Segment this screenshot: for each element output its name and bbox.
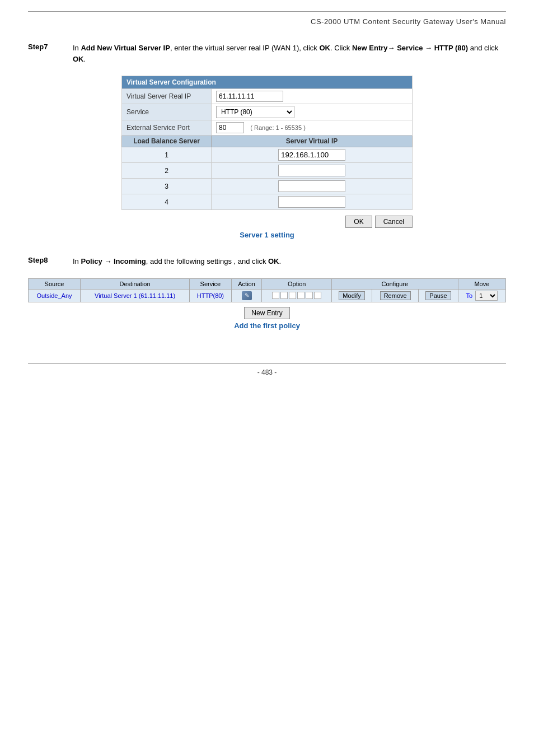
vs-sub-header-row: Load Balance Server Server Virtual IP bbox=[122, 136, 413, 147]
step7-bold4: Service bbox=[397, 44, 423, 52]
vs-row-4-num: 4 bbox=[122, 194, 212, 210]
policy-modify-cell: Modify bbox=[331, 289, 372, 302]
vs-real-ip-input[interactable] bbox=[216, 91, 283, 102]
vs-row-2-num: 2 bbox=[122, 163, 212, 179]
policy-action bbox=[231, 289, 262, 302]
vs-service-label: Service bbox=[122, 104, 212, 120]
vs-row-1: 1 bbox=[122, 147, 413, 163]
policy-pause-cell: Pause bbox=[419, 289, 458, 302]
policy-table-header-row: Source Destination Service Action Option… bbox=[29, 278, 506, 289]
step7-label: Step7 bbox=[28, 43, 67, 51]
policy-service: HTTP(80) bbox=[190, 289, 232, 302]
step7-section: Step7 In Add New Virtual Server IP, ente… bbox=[28, 43, 506, 239]
new-entry-button[interactable]: New Entry bbox=[244, 307, 289, 319]
vs-service-select[interactable]: HTTP (80) bbox=[216, 106, 294, 118]
header-title: CS-2000 UTM Content Security Gateway Use… bbox=[28, 17, 506, 26]
opt-icon-1 bbox=[272, 292, 279, 299]
step7-bold2: OK bbox=[319, 44, 330, 52]
vs-row-2: 2 bbox=[122, 163, 413, 179]
server-setting-caption: Server 1 setting bbox=[28, 231, 506, 239]
step7-text: In Add New Virtual Server IP, enter the … bbox=[73, 43, 506, 64]
add-first-policy: Add the first policy bbox=[28, 321, 506, 330]
vs-row-3-ip-input[interactable] bbox=[278, 180, 345, 192]
col-configure: Configure bbox=[331, 278, 458, 289]
step8-section: Step8 In Policy → Incoming, add the foll… bbox=[28, 256, 506, 330]
modify-button[interactable]: Modify bbox=[339, 291, 364, 300]
page-number: - 483 - bbox=[28, 368, 506, 376]
vs-row-2-ip bbox=[212, 163, 413, 179]
move-select[interactable]: 1 bbox=[475, 291, 498, 301]
option-icons bbox=[265, 292, 329, 299]
step7-bold5: HTTP (80) bbox=[434, 44, 468, 52]
cancel-button[interactable]: Cancel bbox=[375, 216, 413, 228]
move-to-text: To bbox=[466, 292, 473, 299]
vs-real-ip-label: Virtual Server Real IP bbox=[122, 89, 212, 104]
col-service: Service bbox=[190, 278, 232, 289]
vs-lb-server-header: Load Balance Server bbox=[122, 136, 212, 147]
vs-service-value: HTTP (80) bbox=[212, 104, 413, 120]
opt-icon-3 bbox=[289, 292, 296, 299]
opt-icon-4 bbox=[297, 292, 305, 299]
policy-remove-cell: Remove bbox=[372, 289, 419, 302]
step7-bold3: New Entry bbox=[352, 44, 388, 52]
opt-icon-6 bbox=[314, 292, 321, 299]
col-option: Option bbox=[262, 278, 332, 289]
policy-row-1: Outside_Any Virtual Server 1 (61.11.11.1… bbox=[29, 289, 506, 302]
vs-real-ip-value bbox=[212, 89, 413, 104]
policy-move-cell: To 1 bbox=[458, 289, 505, 302]
ok-cancel-row: OK Cancel bbox=[121, 216, 413, 228]
vs-row-1-ip-input[interactable] bbox=[278, 149, 345, 161]
vs-row-4-ip bbox=[212, 194, 413, 210]
col-destination: Destination bbox=[81, 278, 190, 289]
policy-source: Outside_Any bbox=[29, 289, 81, 302]
vs-config-header: Virtual Server Configuration bbox=[122, 76, 413, 89]
step7-arrow: → bbox=[388, 44, 395, 52]
vs-ext-port-row: External Service Port ( Range: 1 - 65535… bbox=[122, 120, 413, 136]
vs-ext-port-label: External Service Port bbox=[122, 120, 212, 136]
policy-service-link[interactable]: HTTP(80) bbox=[197, 292, 224, 299]
policy-source-link[interactable]: Outside_Any bbox=[37, 292, 72, 299]
remove-button[interactable]: Remove bbox=[380, 291, 411, 300]
vs-row-3-ip bbox=[212, 179, 413, 194]
vs-real-ip-row: Virtual Server Real IP bbox=[122, 89, 413, 104]
step8-line: Step8 In Policy → Incoming, add the foll… bbox=[28, 256, 506, 267]
vs-row-1-ip bbox=[212, 147, 413, 163]
step8-label: Step8 bbox=[28, 256, 67, 264]
action-pencil-icon[interactable] bbox=[242, 291, 252, 300]
step8-text: In Policy → Incoming, add the following … bbox=[73, 256, 506, 267]
vs-row-1-num: 1 bbox=[122, 147, 212, 163]
step7-bold1: Add New Virtual Server IP bbox=[81, 44, 170, 52]
vs-server-vip-header: Server Virtual IP bbox=[212, 136, 413, 147]
vs-ext-port-value: ( Range: 1 - 65535 ) bbox=[212, 120, 413, 136]
col-action: Action bbox=[231, 278, 262, 289]
vs-row-4: 4 bbox=[122, 194, 413, 210]
top-border bbox=[28, 11, 506, 12]
col-move: Move bbox=[458, 278, 505, 289]
vs-row-4-ip-input[interactable] bbox=[278, 196, 345, 208]
policy-table-wrap: Source Destination Service Action Option… bbox=[28, 278, 506, 302]
policy-option bbox=[262, 289, 332, 302]
policy-destination-link[interactable]: Virtual Server 1 (61.11.11.11) bbox=[95, 292, 175, 299]
ok-button[interactable]: OK bbox=[345, 216, 372, 228]
opt-icon-2 bbox=[280, 292, 288, 299]
step8-bold2: OK bbox=[268, 257, 279, 265]
step7-bold6: OK bbox=[73, 55, 84, 63]
policy-table: Source Destination Service Action Option… bbox=[28, 278, 506, 302]
opt-icon-5 bbox=[306, 292, 313, 299]
pause-button[interactable]: Pause bbox=[425, 291, 451, 300]
col-source: Source bbox=[29, 278, 81, 289]
vs-ext-port-input[interactable] bbox=[216, 122, 244, 133]
vs-row-3-num: 3 bbox=[122, 179, 212, 194]
step8-bold1: Policy → Incoming bbox=[81, 257, 146, 265]
policy-destination: Virtual Server 1 (61.11.11.11) bbox=[81, 289, 190, 302]
vs-service-row: Service HTTP (80) bbox=[122, 104, 413, 120]
new-entry-row: New Entry bbox=[28, 307, 506, 319]
vs-row-2-ip-input[interactable] bbox=[278, 165, 345, 176]
vs-row-3: 3 bbox=[122, 179, 413, 194]
page-container: CS-2000 UTM Content Security Gateway Use… bbox=[0, 0, 534, 756]
bottom-border bbox=[28, 363, 506, 364]
vs-config-table: Virtual Server Configuration Virtual Ser… bbox=[121, 76, 413, 210]
step7-line: Step7 In Add New Virtual Server IP, ente… bbox=[28, 43, 506, 64]
vs-range-text: ( Range: 1 - 65535 ) bbox=[250, 124, 305, 131]
